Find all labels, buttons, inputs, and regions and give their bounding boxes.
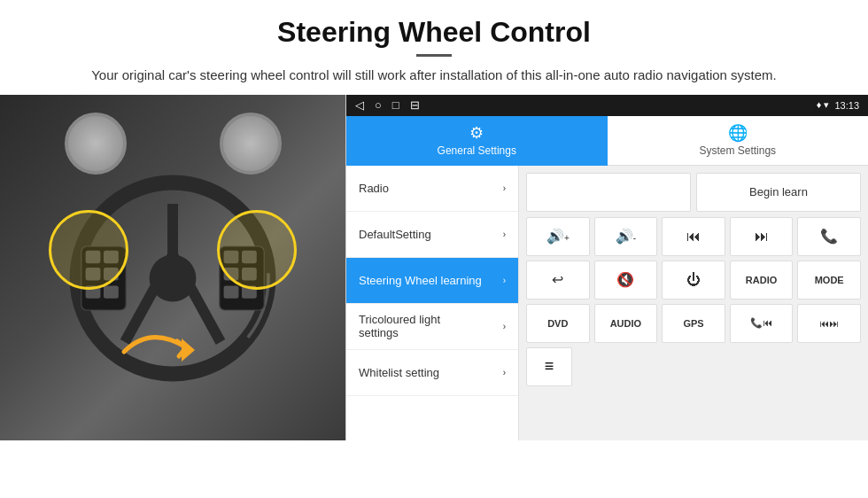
- power-icon: ⏻: [686, 272, 701, 288]
- tab-general[interactable]: ⚙ General Settings: [346, 116, 608, 166]
- prev-next-icon: ⏮⏭: [819, 318, 839, 329]
- menu-item-default-label: DefaultSetting: [359, 228, 431, 241]
- mode-button[interactable]: MODE: [797, 261, 861, 300]
- prev-track-icon: ⏮: [686, 229, 701, 245]
- menu-list: Radio › DefaultSetting › Steering Wheel …: [346, 166, 519, 440]
- begin-learn-row: Begin learn: [526, 173, 861, 212]
- highlight-circle-right: [217, 210, 297, 290]
- mute-icon: 🔇: [616, 271, 634, 288]
- volume-up-icon: 🔊+: [546, 228, 570, 245]
- menu-item-whitelist-label: Whitelist setting: [359, 366, 439, 379]
- android-ui: ◁ ○ □ ⊟ ♦ ▾ 13:13 ⚙ General Settings 🌐: [345, 95, 868, 440]
- controls-panel: Begin learn 🔊+ 🔊- ⏮: [519, 166, 868, 440]
- control-row-3: DVD AUDIO GPS 📞⏮ ⏮⏭: [526, 304, 861, 343]
- tab-system-label: System Settings: [699, 144, 776, 157]
- prev-track-button[interactable]: ⏮: [662, 217, 725, 256]
- phone-button[interactable]: 📞: [797, 217, 861, 256]
- phone-prev-button[interactable]: 📞⏮: [730, 304, 794, 343]
- power-button[interactable]: ⏻: [662, 261, 725, 300]
- clock: 13:13: [834, 100, 859, 111]
- empty-input-box: [526, 173, 691, 212]
- gps-button[interactable]: GPS: [662, 304, 725, 343]
- main-area: Radio › DefaultSetting › Steering Wheel …: [346, 166, 868, 440]
- list-icon: ≡: [545, 357, 554, 376]
- hang-up-button[interactable]: ↩: [526, 261, 590, 300]
- dvd-button[interactable]: DVD: [526, 304, 590, 343]
- menu-item-steering[interactable]: Steering Wheel learning ›: [346, 258, 518, 304]
- radio-button[interactable]: RADIO: [730, 261, 794, 300]
- highlight-circle-left: [49, 210, 128, 290]
- menu-item-tricolour-label: Tricoloured lightsettings: [359, 313, 440, 339]
- svg-rect-18: [224, 285, 239, 298]
- status-bar-info: ♦ ▾ 13:13: [817, 99, 859, 111]
- status-bar-nav: ◁ ○ □ ⊟: [355, 98, 420, 112]
- svg-rect-12: [104, 285, 119, 298]
- tab-general-label: General Settings: [438, 144, 516, 157]
- chevron-icon: ›: [503, 183, 506, 193]
- chevron-icon: ›: [503, 368, 506, 377]
- volume-down-icon: 🔊-: [616, 228, 636, 245]
- phone-icon: 📞: [820, 228, 838, 245]
- page-title: Steering Wheel Control: [53, 16, 815, 49]
- gauge-right: [220, 113, 282, 175]
- menu-item-radio-label: Radio: [359, 182, 389, 195]
- svg-marker-20: [182, 338, 195, 362]
- control-row-1: 🔊+ 🔊- ⏮ ⏭ 📞: [526, 217, 861, 256]
- tab-system[interactable]: 🌐 System Settings: [608, 116, 869, 166]
- car-image-area: [0, 95, 345, 440]
- page-wrapper: Steering Wheel Control Your original car…: [0, 0, 868, 440]
- menu-item-steering-label: Steering Wheel learning: [359, 274, 482, 287]
- dvd-label: DVD: [547, 318, 568, 329]
- single-icon-row: ≡: [526, 347, 861, 386]
- title-divider: [416, 54, 452, 57]
- signal-icon: ♦ ▾: [817, 99, 830, 111]
- content-area: ◁ ○ □ ⊟ ♦ ▾ 13:13 ⚙ General Settings 🌐: [0, 95, 868, 440]
- begin-learn-button[interactable]: Begin learn: [696, 173, 861, 212]
- gauge-left: [65, 113, 127, 175]
- nav-back-icon[interactable]: ◁: [355, 98, 364, 112]
- mode-label: MODE: [815, 275, 844, 285]
- page-subtitle: Your original car's steering wheel contr…: [53, 66, 815, 86]
- next-track-icon: ⏭: [755, 229, 769, 245]
- hang-up-icon: ↩: [552, 271, 563, 288]
- volume-down-button[interactable]: 🔊-: [594, 217, 658, 256]
- control-row-2: ↩ 🔇 ⏻ RADIO MODE: [526, 261, 861, 300]
- menu-item-tricolour[interactable]: Tricoloured lightsettings ›: [346, 304, 518, 350]
- arrow-overlay: [115, 316, 221, 387]
- chevron-icon: ›: [503, 230, 506, 239]
- nav-screenshot-icon[interactable]: ⊟: [410, 98, 420, 112]
- page-header: Steering Wheel Control Your original car…: [0, 0, 868, 95]
- menu-item-default[interactable]: DefaultSetting ›: [346, 212, 518, 258]
- gps-label: GPS: [683, 318, 703, 329]
- menu-item-whitelist[interactable]: Whitelist setting ›: [346, 350, 518, 396]
- system-settings-icon: 🌐: [728, 123, 748, 143]
- mute-button[interactable]: 🔇: [594, 261, 658, 300]
- audio-label: AUDIO: [610, 318, 641, 329]
- volume-up-button[interactable]: 🔊+: [526, 217, 590, 256]
- audio-button[interactable]: AUDIO: [594, 304, 658, 343]
- prev-next-button[interactable]: ⏮⏭: [797, 304, 861, 343]
- nav-recents-icon[interactable]: □: [392, 98, 399, 112]
- menu-item-radio[interactable]: Radio ›: [346, 166, 518, 212]
- list-icon-button[interactable]: ≡: [526, 347, 572, 386]
- chevron-icon: ›: [503, 276, 506, 285]
- status-bar: ◁ ○ □ ⊟ ♦ ▾ 13:13: [346, 95, 868, 116]
- phone-prev-icon: 📞⏮: [750, 317, 772, 329]
- nav-home-icon[interactable]: ○: [375, 98, 382, 112]
- tab-bar: ⚙ General Settings 🌐 System Settings: [346, 116, 868, 166]
- general-settings-icon: ⚙: [469, 123, 484, 143]
- next-track-button[interactable]: ⏭: [730, 217, 794, 256]
- chevron-icon: ›: [503, 322, 506, 331]
- dash-gauges: [0, 113, 345, 175]
- radio-label: RADIO: [746, 275, 777, 285]
